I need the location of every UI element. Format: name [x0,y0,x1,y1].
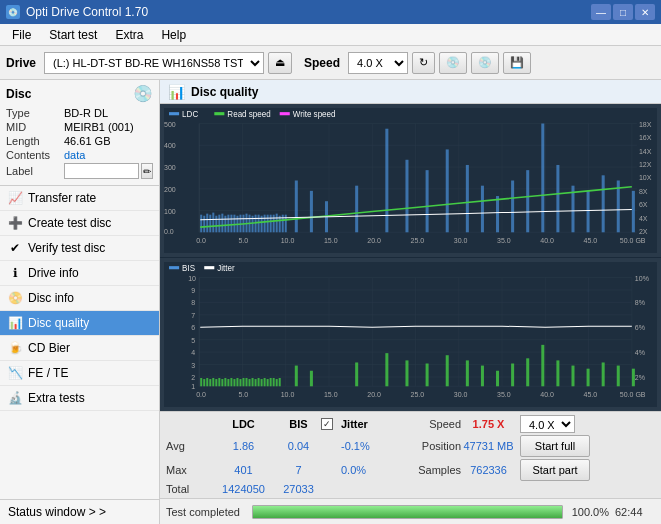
svg-rect-61 [233,215,235,233]
start-full-button[interactable]: Start full [520,435,590,457]
svg-text:2X: 2X [639,228,648,236]
svg-rect-89 [496,196,499,232]
type-value: BD-R DL [64,107,108,119]
svg-text:4X: 4X [639,215,648,223]
main-content: Disc 💿 Type BD-R DL MID MEIRB1 (001) Len… [0,80,661,524]
menu-file[interactable]: File [4,26,39,44]
svg-rect-184 [446,355,449,386]
svg-rect-158 [221,379,223,386]
svg-rect-80 [310,191,313,232]
avg-bis: 0.04 [276,440,321,452]
svg-rect-173 [267,379,269,386]
svg-rect-54 [212,213,214,233]
minimize-button[interactable]: — [591,4,611,20]
svg-rect-71 [264,215,266,233]
dq-header-icon: 📊 [168,84,185,100]
close-button[interactable]: ✕ [635,4,655,20]
maximize-button[interactable]: □ [613,4,633,20]
svg-text:50.0 GB: 50.0 GB [620,237,646,245]
svg-text:6%: 6% [635,324,646,332]
label-edit-button[interactable]: ✏ [141,163,153,179]
svg-rect-188 [511,364,514,387]
max-bis: 7 [276,464,321,476]
svg-rect-190 [541,345,544,386]
position-value: 47731 MB [461,440,516,452]
progress-time: 62:44 [615,506,655,518]
svg-text:Write speed: Write speed [293,110,336,119]
nav-transfer-rate[interactable]: 📈 Transfer rate [0,186,159,211]
speed-select[interactable]: 1.0 X 2.0 X 4.0 X 8.0 X [348,52,408,74]
drive-select[interactable]: (L:) HL-DT-ST BD-RE WH16NS58 TST4 [44,52,264,74]
svg-rect-170 [258,378,260,386]
svg-text:15.0: 15.0 [324,237,338,245]
total-bis: 27033 [276,483,321,495]
speed-stats-select[interactable]: 1.0 X 2.0 X 4.0 X 8.0 X [520,415,575,433]
drive-label: Drive [6,56,36,70]
speed-label: Speed [304,56,340,70]
svg-rect-193 [587,369,590,387]
nav-create-test-label: Create test disc [28,216,111,230]
disc-button2[interactable]: 💿 [471,52,499,74]
length-label: Length [6,135,64,147]
nav-drive-info[interactable]: ℹ Drive info [0,261,159,286]
jitter-checkbox[interactable]: ✓ [321,418,333,430]
eject-button[interactable]: ⏏ [268,52,292,74]
chart1-svg: LDC Read speed Write speed [164,108,657,253]
nav-extra-tests-label: Extra tests [28,391,85,405]
menu-help[interactable]: Help [153,26,194,44]
svg-rect-59 [227,215,229,233]
disc-info-icon: 📀 [8,291,22,305]
svg-rect-84 [405,160,408,233]
transfer-rate-icon: 📈 [8,191,22,205]
bis-header: BIS [276,418,321,430]
nav-create-test[interactable]: ➕ Create test disc [0,211,159,236]
progress-bar [252,505,563,519]
svg-rect-73 [270,215,272,233]
start-part-button[interactable]: Start part [520,459,590,481]
svg-rect-87 [466,165,469,232]
save-button[interactable]: 💾 [503,52,531,74]
app-icon: 💿 [6,5,20,19]
refresh-button[interactable]: ↻ [412,52,435,74]
disc-button[interactable]: 💿 [439,52,467,74]
nav-disc-info[interactable]: 📀 Disc info [0,286,159,311]
toolbar: Drive (L:) HL-DT-ST BD-RE WH16NS58 TST4 … [0,46,661,80]
svg-rect-192 [571,366,574,387]
nav-cd-bier[interactable]: 🍺 CD Bier [0,336,159,361]
total-ldc: 1424050 [211,483,276,495]
nav-disc-quality[interactable]: 📊 Disc quality [0,311,159,336]
nav-extra-tests[interactable]: 🔬 Extra tests [0,386,159,411]
svg-text:4%: 4% [635,349,646,357]
svg-rect-182 [405,360,408,386]
svg-rect-165 [242,378,244,386]
progress-area: Test completed 100.0% 62:44 [160,498,661,524]
cd-bier-icon: 🍺 [8,341,22,355]
svg-text:45.0: 45.0 [584,237,598,245]
svg-rect-96 [602,175,605,232]
svg-rect-92 [541,124,544,233]
svg-rect-172 [264,378,266,386]
svg-rect-82 [355,186,358,233]
status-window[interactable]: Status window > > [0,499,159,524]
svg-text:4: 4 [191,349,195,357]
nav-verify-test[interactable]: ✔ Verify test disc [0,236,159,261]
svg-text:50.0 GB: 50.0 GB [620,391,646,399]
svg-rect-102 [204,266,214,269]
nav-fe-te[interactable]: 📉 FE / TE [0,361,159,386]
menu-extra[interactable]: Extra [107,26,151,44]
svg-rect-1 [169,112,179,115]
svg-text:30.0: 30.0 [454,391,468,399]
menu-start-test[interactable]: Start test [41,26,105,44]
svg-text:5.0: 5.0 [238,237,248,245]
label-input[interactable] [64,163,139,179]
ldc-header: LDC [211,418,276,430]
svg-text:40.0: 40.0 [540,237,554,245]
svg-rect-185 [466,360,469,386]
extra-tests-icon: 🔬 [8,391,22,405]
svg-rect-160 [227,379,229,386]
max-label: Max [166,464,211,476]
svg-rect-153 [206,378,208,386]
svg-rect-98 [632,191,635,232]
title-bar-controls: — □ ✕ [591,4,655,20]
svg-rect-3 [214,112,224,115]
